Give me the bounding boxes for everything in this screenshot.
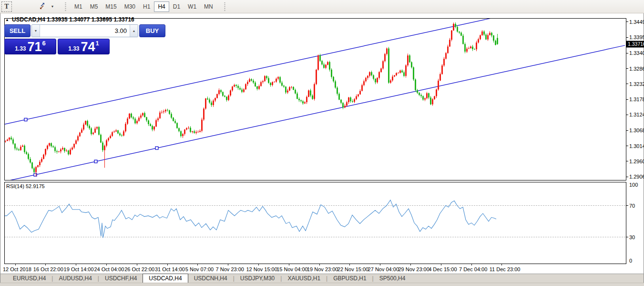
timeframe-button-m15[interactable]: M15: [102, 1, 120, 12]
rsi-axis-label: 0: [629, 258, 632, 264]
tab-usdjpy-m30[interactable]: USDJPY,M30: [235, 274, 280, 283]
arrange-arrows-button[interactable]: [37, 1, 47, 12]
price-axis-label: 1.33955: [629, 34, 644, 40]
rsi-axis: 10070300: [626, 182, 638, 264]
tab-gbpusd-h1[interactable]: GBPUSD,H1: [327, 274, 372, 283]
rsi-pane-frame: [4, 182, 626, 264]
price-axis-label: 1.29065: [629, 174, 644, 180]
sell-quote-box[interactable]: 1.33 71 6: [4, 39, 56, 54]
time-axis-label: 4 Dec 15:00: [429, 266, 457, 272]
tab-audusd-h4[interactable]: AUDUSD,H4: [53, 274, 97, 283]
volume-input[interactable]: [40, 25, 130, 37]
price-axis-label: 1.32320: [629, 81, 644, 87]
sell-button[interactable]: SELL: [4, 24, 31, 37]
timeframe-button-m5[interactable]: M5: [86, 1, 102, 12]
price-axis: 1.344951.339551.334001.328601.323201.317…: [626, 19, 644, 180]
time-axis-label: 7 Dec 04:00: [459, 266, 487, 272]
tab-sp500-h4[interactable]: SP500,H4: [374, 274, 411, 283]
rsi-axis-label: 100: [629, 182, 638, 188]
toolbar-separator: [64, 2, 67, 11]
rsi-axis-label: 30: [629, 234, 635, 240]
status-strip: [0, 283, 644, 286]
channel-handle[interactable]: [94, 160, 97, 163]
buy-quote-box[interactable]: 1.33 74 1: [58, 39, 110, 54]
buy-button[interactable]: BUY: [139, 24, 165, 37]
time-axis-label: 24 Oct 04:00: [94, 266, 124, 272]
current-price-label: 1.33716: [628, 41, 644, 47]
tab-xauusd-h1[interactable]: XAUUSD,H1: [282, 274, 326, 283]
price-axis-label: 1.29605: [629, 159, 644, 164]
time-axis-label: 7 Nov 23:00: [216, 266, 244, 272]
volume-spinner: ▼ ▲: [31, 24, 138, 37]
timeframe-button-d1[interactable]: D1: [169, 1, 184, 12]
rsi-axis-label: 70: [629, 203, 635, 209]
tab-eurusd-h4[interactable]: EURUSD,H4: [7, 274, 51, 283]
chart-window: 1.344951.339551.334001.328601.323201.317…: [0, 13, 644, 274]
time-axis: 12 Oct 201816 Oct 22:0019 Oct 14:0024 Oc…: [3, 264, 520, 272]
time-axis-label: 16 Oct 22:00: [33, 266, 63, 272]
timeframe-button-h4[interactable]: H4: [154, 1, 169, 12]
time-axis-label: 11 Dec 23:00: [490, 266, 521, 272]
top-toolbar: T ▼ M1M5M15M30H1H4D1W1MN: [0, 0, 644, 13]
chart-title-row: ▲ USDCAD,H4 1.33935 1.34077 1.33695 1.33…: [5, 16, 134, 23]
time-axis-label: 5 Nov 07:00: [185, 266, 214, 272]
time-axis-label: 19 Oct 14:00: [64, 266, 94, 272]
one-click-trading-panel: SELL ▼ ▲ BUY 1.33 71 6 1.33 74 1: [4, 24, 110, 54]
volume-increase-button[interactable]: ▲: [130, 25, 138, 37]
price-axis-label: 1.34495: [629, 19, 644, 25]
price-axis-label: 1.30685: [629, 127, 644, 133]
channel-handle[interactable]: [24, 118, 27, 121]
sell-price-sup: 6: [42, 40, 46, 47]
time-axis-label: 22 Nov 15:00: [337, 266, 368, 272]
diagonal-arrows-icon: [39, 2, 46, 11]
tab-usdchf-h4[interactable]: USDCHF,H4: [99, 274, 143, 283]
timeframe-button-w1[interactable]: W1: [184, 1, 200, 12]
timeframe-button-h1[interactable]: H1: [139, 1, 154, 12]
sell-price-big: 71: [28, 41, 42, 53]
price-axis-label: 1.32860: [629, 66, 644, 72]
chart-ohlc-title: USDCAD,H4 1.33935 1.34077 1.33695 1.3371…: [12, 16, 134, 23]
price-axis-label: 1.30145: [629, 143, 644, 149]
text-tool-button[interactable]: T: [1, 1, 12, 12]
timeframe-button-m1[interactable]: M1: [71, 1, 86, 12]
rsi-levels: [4, 206, 626, 237]
symbol-tab-bar: EURUSD,H4|AUDUSD,H4|USDCHF,H4USDCAD,H4US…: [0, 274, 644, 283]
time-axis-label: 26 Oct 22:00: [124, 266, 154, 272]
timeframe-buttons: M1M5M15M30H1H4D1W1MN: [71, 1, 217, 12]
time-axis-label: 15 Nov 04:00: [276, 266, 307, 272]
panel-collapse-icon[interactable]: ▲: [5, 18, 9, 22]
channel-handle[interactable]: [155, 147, 158, 149]
time-axis-label: 29 Nov 23:00: [398, 266, 429, 272]
time-axis-label: 12 Nov 15:00: [246, 266, 277, 272]
price-axis-label: 1.31780: [629, 96, 644, 102]
channel-handle[interactable]: [34, 173, 37, 176]
buy-price-small: 1.33: [68, 45, 79, 52]
tab-usdcad-h4[interactable]: USDCAD,H4: [143, 274, 188, 283]
buy-price-big: 74: [81, 41, 95, 53]
rsi-indicator-label: RSI(14) 52.9175: [6, 183, 45, 189]
timeframe-button-m30[interactable]: M30: [121, 1, 139, 12]
price-axis-label: 1.33400: [629, 50, 644, 56]
time-axis-label: 27 Nov 04:00: [368, 266, 399, 272]
time-axis-label: 19 Nov 23:00: [307, 266, 338, 272]
price-axis-label: 1.31240: [629, 112, 644, 117]
sell-price-small: 1.33: [15, 45, 26, 52]
toolbar-separator: [224, 2, 226, 11]
time-axis-label: 12 Oct 2018: [3, 266, 31, 272]
tab-usdcnh-h4[interactable]: USDCNH,H4: [188, 274, 233, 283]
arrows-dropdown-caret[interactable]: ▼: [47, 1, 58, 12]
volume-decrease-button[interactable]: ▼: [32, 25, 40, 37]
buy-price-sup: 1: [96, 40, 99, 47]
time-axis-label: 31 Oct 14:00: [155, 266, 185, 272]
timeframe-button-mn[interactable]: MN: [200, 1, 217, 12]
